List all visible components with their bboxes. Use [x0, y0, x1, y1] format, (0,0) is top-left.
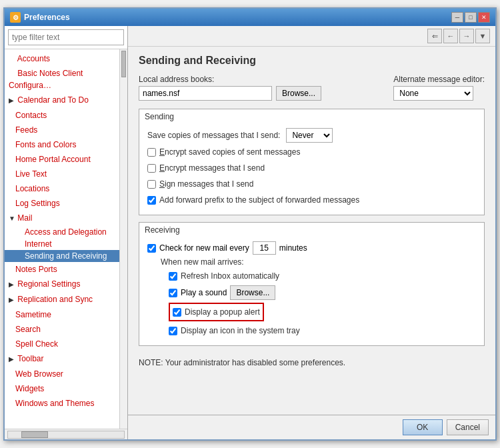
- scroll-thumb[interactable]: [121, 51, 126, 77]
- local-address-books-row: Browse...: [139, 86, 321, 101]
- expander-regional-icon: ▶: [9, 279, 15, 291]
- filter-box: [5, 26, 127, 49]
- add-forward-checkbox[interactable]: [147, 196, 156, 205]
- main-panel: ⇐ ← → ▼ Sending and Receiving: [128, 26, 495, 439]
- encrypt-saved-checkbox[interactable]: [147, 148, 156, 157]
- sidebar-scrollbar[interactable]: [119, 49, 127, 429]
- sidebar-item-web-browser[interactable]: Web Browser: [5, 367, 119, 381]
- nav-icon: ←: [447, 32, 455, 40]
- sidebar-item-search[interactable]: Search: [5, 322, 119, 337]
- app-icon: ⚙: [10, 12, 21, 23]
- sidebar-item-contacts[interactable]: Contacts: [5, 108, 119, 123]
- sidebar-item-replication-sync[interactable]: ▶ Replication and Sync: [5, 292, 119, 307]
- sidebar-item-locations[interactable]: Locations: [5, 181, 119, 196]
- play-sound-checkbox[interactable]: [169, 289, 177, 297]
- back-button[interactable]: ⇐: [427, 29, 442, 43]
- note-text: NOTE: Your administrator has disabled so…: [139, 353, 485, 373]
- sidebar-item-windows-themes[interactable]: Windows and Themes: [5, 396, 119, 411]
- h-scroll-track[interactable]: [7, 431, 125, 439]
- title-bar-buttons: ─ □ ✕: [451, 12, 490, 23]
- receiving-section-content: Check for new mail every minutes When ne…: [139, 239, 484, 345]
- expander-toolbar-icon: ▶: [9, 353, 15, 365]
- sidebar-item-home-portal[interactable]: Home Portal Account: [5, 152, 119, 167]
- encrypt-send-label: Encrypt messages that I send: [159, 161, 265, 175]
- local-address-books-group: Local address books: Browse... Alternate…: [139, 75, 485, 101]
- sign-messages-label: Sign messages that I send: [159, 177, 253, 191]
- sidebar-item-notes-ports[interactable]: Notes Ports: [5, 262, 119, 277]
- sidebar-item-regional-settings[interactable]: ▶ Regional Settings: [5, 277, 119, 292]
- filter-input[interactable]: [8, 29, 124, 45]
- check-mail-row: Check for new mail every minutes: [147, 241, 476, 255]
- local-address-books-section: Local address books: Browse...: [139, 75, 321, 101]
- page-title: Sending and Receiving: [139, 55, 485, 67]
- sidebar-bottom-scroll: [5, 429, 127, 439]
- sign-messages-row: Sign messages that I send: [147, 177, 476, 191]
- receiving-section: Receiving Check for new mail every minut…: [139, 222, 485, 346]
- sign-messages-checkbox[interactable]: [147, 180, 156, 189]
- sidebar-item-toolbar[interactable]: ▶ Toolbar: [5, 351, 119, 367]
- sidebar-item-basic-notes[interactable]: Basic Notes Client Configura…: [5, 66, 119, 93]
- refresh-inbox-label: Refresh Inbox automatically: [181, 269, 279, 283]
- sidebar-item-access-delegation[interactable]: Access and Delegation: [5, 226, 119, 238]
- expander-replication-icon: ▶: [9, 294, 15, 306]
- sidebar-item-fonts-colors[interactable]: Fonts and Colors: [5, 137, 119, 152]
- forward-button[interactable]: →: [459, 29, 474, 43]
- save-copies-select[interactable]: Never Always Prompt: [286, 128, 333, 143]
- main-toolbar: ⇐ ← → ▼: [128, 26, 495, 47]
- window-title: Preferences: [24, 13, 70, 22]
- sidebar-item-internet[interactable]: Internet: [5, 238, 119, 250]
- refresh-inbox-checkbox[interactable]: [169, 272, 177, 281]
- check-mail-suffix: minutes: [279, 243, 307, 253]
- encrypt-saved-label: Encrypt saved copies of sent messages: [159, 145, 300, 159]
- content-area: Accounts Basic Notes Client Configura… ▶…: [5, 26, 495, 439]
- local-address-books-label: Local address books:: [139, 75, 321, 84]
- play-sound-browse-button[interactable]: Browse...: [230, 285, 275, 300]
- sidebar-item-sametime[interactable]: Sametime: [5, 307, 119, 322]
- sidebar-item-accounts[interactable]: Accounts: [5, 51, 119, 66]
- encrypt-send-row: Encrypt messages that I send: [147, 161, 476, 175]
- local-address-books-browse-button[interactable]: Browse...: [276, 86, 321, 101]
- check-mail-label: Check for new mail every: [159, 243, 249, 253]
- save-copies-row: Save copies of messages that I send: Nev…: [147, 128, 476, 143]
- ok-button[interactable]: OK: [403, 419, 443, 435]
- encrypt-send-checkbox[interactable]: [147, 164, 156, 173]
- check-mail-interval-input[interactable]: [253, 241, 276, 255]
- sidebar-item-spell-check[interactable]: Spell Check: [5, 337, 119, 351]
- maximize-button[interactable]: □: [465, 12, 477, 23]
- forward-icon: →: [463, 32, 471, 40]
- sidebar-item-feeds[interactable]: Feeds: [5, 123, 119, 137]
- display-popup-label: Display a popup alert: [185, 305, 260, 319]
- sidebar-item-log-settings[interactable]: Log Settings: [5, 196, 119, 211]
- h-scroll-thumb[interactable]: [21, 431, 48, 438]
- dropdown-icon: ▼: [479, 32, 487, 40]
- minimize-button[interactable]: ─: [451, 12, 463, 23]
- expander-mail-icon: ▼: [9, 213, 15, 225]
- title-bar: ⚙ Preferences ─ □ ✕: [5, 9, 495, 26]
- add-forward-label: Add forward prefix to the subject of for…: [159, 193, 359, 207]
- preferences-window: ⚙ Preferences ─ □ ✕ Accounts: [3, 7, 497, 441]
- check-mail-checkbox[interactable]: [147, 244, 156, 253]
- receiving-section-title: Receiving: [139, 223, 484, 236]
- dropdown-button[interactable]: ▼: [475, 29, 490, 43]
- alternate-message-editor-select[interactable]: None: [393, 86, 473, 101]
- refresh-inbox-row: Refresh Inbox automatically: [169, 269, 476, 283]
- display-icon-checkbox[interactable]: [169, 327, 177, 335]
- alternate-message-editor-section: Alternate message editor: None: [393, 75, 485, 101]
- cancel-button[interactable]: Cancel: [447, 419, 489, 435]
- sidebar-item-widgets[interactable]: Widgets: [5, 381, 119, 396]
- display-popup-checkbox[interactable]: [173, 308, 181, 317]
- nav-button[interactable]: ←: [443, 29, 458, 43]
- add-forward-row: Add forward prefix to the subject of for…: [147, 193, 476, 207]
- sidebar-item-calendar[interactable]: ▶ Calendar and To Do: [5, 93, 119, 108]
- display-popup-row: Display a popup alert: [169, 303, 476, 321]
- back-icon: ⇐: [432, 32, 438, 41]
- when-mail-arrives-label: When new mail arrives:: [161, 257, 476, 267]
- sidebar-item-live-text[interactable]: Live Text: [5, 167, 119, 181]
- display-icon-row: Display an icon in the system tray: [169, 324, 476, 337]
- close-button[interactable]: ✕: [478, 12, 490, 23]
- sending-section: Sending Save copies of messages that I s…: [139, 109, 485, 215]
- sidebar-item-mail[interactable]: ▼ Mail: [5, 211, 119, 226]
- display-popup-highlight: Display a popup alert: [169, 303, 264, 321]
- local-address-books-input[interactable]: [139, 86, 272, 101]
- sidebar-item-sending-receiving[interactable]: Sending and Receiving: [5, 250, 119, 262]
